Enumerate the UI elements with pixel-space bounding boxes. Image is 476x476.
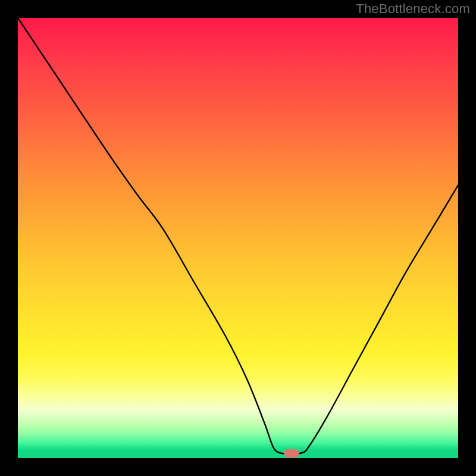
- optimal-marker: [284, 449, 299, 458]
- curve-path: [18, 18, 458, 454]
- plot-area: [18, 18, 458, 458]
- bottleneck-curve: [18, 18, 458, 458]
- chart-frame: TheBottleneck.com: [0, 0, 476, 476]
- watermark-text: TheBottleneck.com: [356, 1, 470, 17]
